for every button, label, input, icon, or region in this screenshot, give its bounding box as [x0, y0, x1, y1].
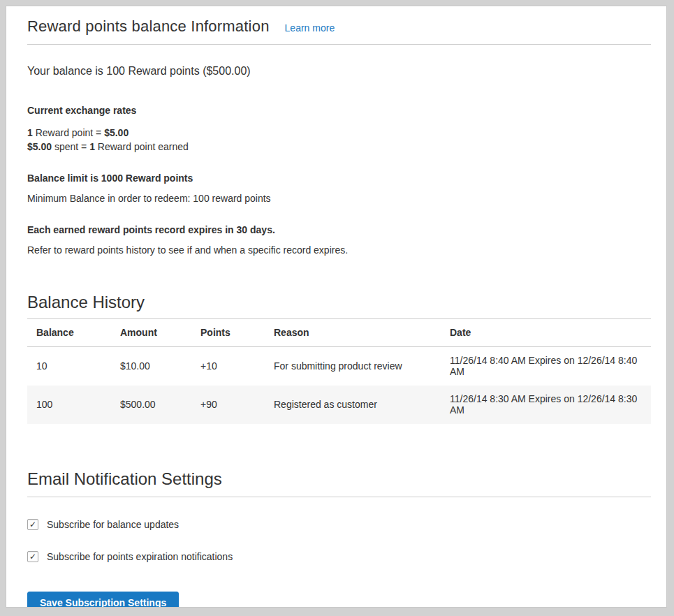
balance-updates-option: ✓ Subscribe for balance updates — [27, 519, 651, 530]
column-header-amount: Amount — [111, 319, 191, 347]
rate-text: Reward point earned — [95, 141, 189, 152]
page-title: Reward points balance Information — [27, 17, 270, 36]
balance-summary: Your balance is 100 Reward points ($500.… — [27, 64, 651, 79]
cell-reason: For submitting product review — [265, 347, 441, 386]
page-header: Reward points balance Information Learn … — [27, 17, 651, 45]
balance-updates-label: Subscribe for balance updates — [47, 519, 179, 530]
expiry-text: Each earned reward points record expires… — [27, 223, 651, 237]
expiry-note-text: Refer to reward points history to see if… — [27, 244, 651, 257]
reward-points-card: Reward points balance Information Learn … — [6, 6, 667, 608]
exchange-rate-line-1: 1 Reward point = $5.00 — [27, 126, 651, 140]
cell-reason: Registered as customer — [265, 386, 441, 424]
cell-amount: $10.00 — [111, 347, 191, 386]
balance-history-heading: Balance History — [27, 292, 651, 319]
rate-text: Reward point = — [33, 127, 104, 138]
exchange-rates-heading: Current exchange rates — [27, 104, 651, 117]
expiration-notifications-label: Subscribe for points expiration notifica… — [47, 551, 233, 562]
cell-balance: 100 — [27, 386, 111, 424]
column-header-points: Points — [191, 319, 265, 347]
balance-updates-checkbox[interactable]: ✓ — [27, 519, 38, 530]
rate-points-value: 1 — [89, 141, 95, 152]
column-header-balance: Balance — [27, 319, 111, 347]
rate-text: spent = — [52, 141, 89, 152]
rate-points-value: 1 — [27, 127, 33, 138]
save-subscription-settings-button[interactable]: Save Subscription Settings — [27, 592, 179, 608]
cell-date: 11/26/14 8:30 AM Expires on 12/26/14 8:3… — [441, 386, 651, 424]
column-header-reason: Reason — [265, 319, 441, 347]
checkmark-icon: ✓ — [29, 552, 36, 561]
table-header-row: Balance Amount Points Reason Date — [27, 319, 651, 347]
balance-history-table: Balance Amount Points Reason Date 10 $10… — [27, 319, 651, 424]
cell-balance: 10 — [27, 347, 111, 386]
exchange-rate-line-2: $5.00 spent = 1 Reward point earned — [27, 140, 651, 154]
rate-currency-value: $5.00 — [104, 127, 129, 138]
minimum-balance-text: Minimum Balance in order to redeem: 100 … — [27, 192, 651, 205]
expiration-notifications-checkbox[interactable]: ✓ — [27, 551, 38, 562]
balance-limit-text: Balance limit is 1000 Reward points — [27, 172, 651, 185]
rate-currency-value: $5.00 — [27, 141, 52, 152]
cell-amount: $500.00 — [111, 386, 191, 424]
table-row: 10 $10.00 +10 For submitting product rev… — [27, 347, 651, 386]
cell-points: +90 — [191, 386, 265, 424]
column-header-date: Date — [441, 319, 651, 347]
cell-date: 11/26/14 8:40 AM Expires on 12/26/14 8:4… — [441, 347, 651, 386]
learn-more-link[interactable]: Learn more — [285, 22, 335, 34]
exchange-rates: 1 Reward point = $5.00 $5.00 spent = 1 R… — [27, 126, 651, 154]
cell-points: +10 — [191, 347, 265, 386]
email-settings-heading: Email Notification Settings — [27, 469, 651, 497]
expiration-notifications-option: ✓ Subscribe for points expiration notifi… — [27, 551, 651, 562]
checkmark-icon: ✓ — [29, 520, 36, 529]
table-row: 100 $500.00 +90 Registered as customer 1… — [27, 386, 651, 424]
